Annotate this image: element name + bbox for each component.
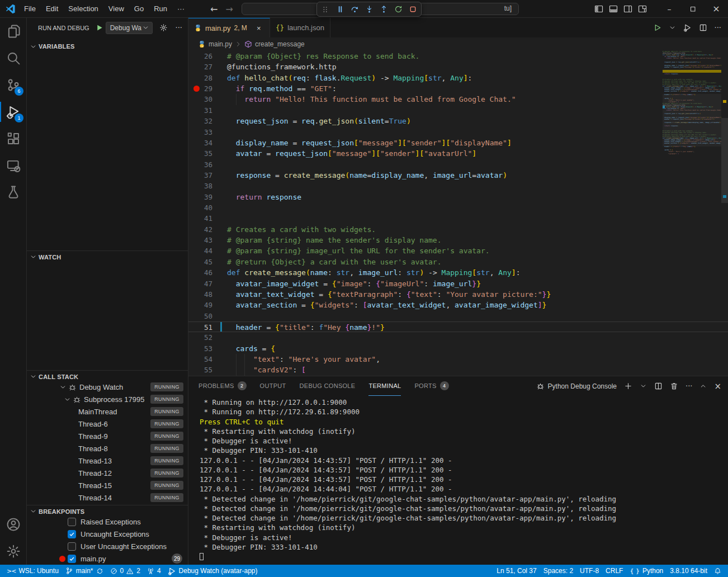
restart-button[interactable]	[391, 3, 405, 16]
code-line-30[interactable]: 30 return "Hello! This function must be …	[188, 94, 728, 105]
code-line-27[interactable]: 27@functions_framework.http	[188, 62, 728, 72]
status-wsl-ubuntu[interactable]: ><WSL: Ubuntu	[3, 565, 62, 577]
breakpoint-checkbox[interactable]	[68, 530, 76, 538]
window-close-button[interactable]: ×	[705, 0, 728, 18]
step-over-button[interactable]	[348, 3, 361, 16]
gear-icon[interactable]	[159, 23, 168, 32]
breakpoint-row[interactable]: Raised Exceptions	[27, 515, 188, 528]
code-editor[interactable]: 26# @param {Object} res Response to send…	[188, 51, 728, 376]
ellipsis-icon[interactable]: ···	[686, 382, 692, 390]
code-line-53[interactable]: 53 cards = {	[188, 343, 728, 354]
menu-file[interactable]: File	[19, 2, 41, 16]
breakpoint-row[interactable]: Uncaught Exceptions	[27, 528, 188, 540]
activity-search[interactable]	[0, 45, 26, 72]
debug-config-dropdown[interactable]: Debug Wa	[106, 22, 153, 34]
minimap-slider[interactable]	[663, 94, 721, 146]
scrollbar[interactable]	[721, 51, 728, 376]
activity-testing[interactable]	[0, 179, 26, 206]
close-tab-icon[interactable]: ×	[254, 23, 264, 33]
code-line-54[interactable]: 54 "text": "Here's your avatar",	[188, 354, 728, 365]
breakpoint-row[interactable]: main.py29	[27, 552, 188, 565]
split-editor-icon[interactable]	[699, 23, 707, 32]
tab-main-py[interactable]: main.py2, M×	[188, 18, 270, 37]
code-line-51[interactable]: 51 header = {"title": f"Hey {name}!"}	[188, 321, 728, 332]
breadcrumb[interactable]: main.pycreate_message	[188, 37, 728, 51]
code-line-42[interactable]: 42# Creates a card with two widgets.	[188, 224, 728, 235]
chevron-down-icon[interactable]	[640, 382, 647, 390]
panel-tab-debug-console[interactable]: DEBUG CONSOLE	[300, 376, 356, 396]
panel-tab-problems[interactable]: PROBLEMS2	[198, 376, 247, 396]
status-main[interactable]: main*	[62, 565, 107, 577]
breakpoint-checkbox[interactable]	[68, 542, 76, 551]
code-line-40[interactable]: 40	[188, 202, 728, 213]
layout-panel-toggle[interactable]	[606, 0, 621, 18]
callstack-row[interactable]: Thread-8RUNNING	[27, 442, 188, 455]
code-line-35[interactable]: 35 avatar = request_json["message"]["sen…	[188, 148, 728, 159]
activity-account[interactable]	[0, 511, 26, 538]
code-line-43[interactable]: 43# @param {string} name the sender's di…	[188, 235, 728, 245]
minimap[interactable]: # @param {Object} res Response to send b…	[663, 51, 721, 376]
code-line-44[interactable]: 44# @param {string} image_url the URL fo…	[188, 245, 728, 256]
activity-source-control[interactable]: 6	[0, 72, 26, 98]
status-bell[interactable]	[711, 565, 725, 577]
code-line-39[interactable]: 39 return response	[188, 192, 728, 202]
callstack-row[interactable]: Subprocess 17995RUNNING	[27, 393, 188, 405]
window-maximize-button[interactable]	[681, 0, 705, 18]
callstack-row[interactable]: Thread-9RUNNING	[27, 430, 188, 442]
step-into-button[interactable]	[362, 3, 376, 16]
arrow-right-icon[interactable]: →	[225, 4, 233, 15]
debug-alt-icon[interactable]	[683, 23, 692, 32]
status-crlf[interactable]: CRLF	[602, 565, 626, 577]
code-line-32[interactable]: 32 request_json = req.get_json(silent=Tr…	[188, 116, 728, 126]
code-line-46[interactable]: 46def create_message(name: str, image_ur…	[188, 267, 728, 278]
ellipsis-icon[interactable]: ···	[715, 23, 721, 32]
activity-debug[interactable]: 1	[0, 98, 26, 125]
code-line-29[interactable]: 29 if req.method == "GET":	[188, 83, 728, 94]
layout-custom-toggle[interactable]	[635, 0, 650, 18]
chevron-down-icon[interactable]	[669, 24, 676, 31]
status-3-8-10-64-bit[interactable]: 3.8.10 64-bit	[666, 565, 711, 577]
status-python[interactable]: { }Python	[626, 565, 666, 577]
chevron-up-icon[interactable]	[699, 382, 707, 390]
callstack-row[interactable]: Thread-6RUNNING	[27, 418, 188, 430]
code-line-50[interactable]: 50	[188, 311, 728, 321]
plus-icon[interactable]	[624, 382, 632, 390]
code-line-55[interactable]: 55 "cardsV2": [	[188, 365, 728, 375]
status-0[interactable]: 02	[107, 565, 144, 577]
callstack-row[interactable]: Thread-14RUNNING	[27, 491, 188, 504]
step-out-button[interactable]	[377, 3, 390, 16]
menu-selection[interactable]: Selection	[63, 2, 103, 16]
variables-section-header[interactable]: VARIABLES	[27, 40, 188, 53]
pause-button[interactable]	[333, 3, 347, 16]
code-line-26[interactable]: 26# @param {Object} res Response to send…	[188, 51, 728, 62]
code-line-33[interactable]: 33	[188, 127, 728, 138]
callstack-row[interactable]: Debug WatchRUNNING	[27, 381, 188, 393]
breakpoint-row[interactable]: User Uncaught Exceptions	[27, 540, 188, 552]
play-green-icon[interactable]	[653, 23, 661, 32]
panel-tab-output[interactable]: OUTPUT	[260, 376, 286, 396]
activity-settings[interactable]	[0, 538, 26, 565]
code-line-45[interactable]: 45# @return {Object} a card with the use…	[188, 257, 728, 267]
terminal-output[interactable]: * Running on http://127.0.0.1:9000 * Run…	[200, 398, 720, 565]
status-ln-51-col-37[interactable]: Ln 51, Col 37	[493, 565, 540, 577]
code-line-37[interactable]: 37 response = create_message(name=displa…	[188, 170, 728, 181]
menu-edit[interactable]: Edit	[41, 2, 63, 16]
breadcrumb-item[interactable]: main.py	[209, 40, 232, 48]
breakpoint-checkbox[interactable]	[68, 518, 76, 526]
ellipsis-icon[interactable]: ···	[176, 23, 182, 32]
arrow-left-icon[interactable]: ←	[210, 4, 218, 15]
callstack-row[interactable]: Thread-12RUNNING	[27, 467, 188, 479]
menu-[interactable]: ···	[172, 2, 190, 16]
code-line-47[interactable]: 47 avatar_image_widget = {"image": {"ima…	[188, 278, 728, 289]
code-line-31[interactable]: 31	[188, 105, 728, 116]
status-4[interactable]: 4	[144, 565, 164, 577]
status-debug-watch-avatar-app[interactable]: Debug Watch (avatar-app)	[164, 565, 261, 577]
breakpoint-checkbox[interactable]	[68, 555, 76, 563]
callstack-row[interactable]: Thread-13RUNNING	[27, 455, 188, 467]
code-line-48[interactable]: 48 avatar_text_widget = {"textParagraph"…	[188, 289, 728, 300]
menu-go[interactable]: Go	[129, 2, 149, 16]
callstack-row[interactable]: MainThreadRUNNING	[27, 405, 188, 418]
status-utf-8[interactable]: UTF-8	[576, 565, 602, 577]
panel-tab-terminal[interactable]: TERMINAL	[368, 376, 401, 396]
menu-run[interactable]: Run	[149, 2, 172, 16]
